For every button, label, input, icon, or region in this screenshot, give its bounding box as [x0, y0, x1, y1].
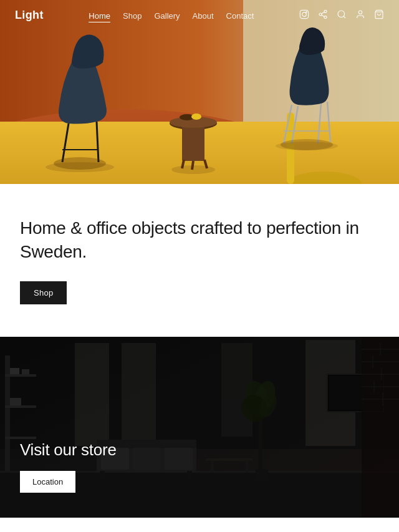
- store-section: Visit our store Location: [0, 337, 399, 518]
- nav-icon-group: [299, 9, 384, 21]
- nav-item-home[interactable]: Home: [89, 10, 110, 21]
- brand-logo[interactable]: Light: [15, 9, 44, 22]
- tagline-section: Home & office objects crafted to perfect…: [0, 184, 399, 337]
- svg-line-6: [322, 15, 325, 17]
- svg-point-27: [191, 114, 201, 120]
- svg-rect-0: [300, 10, 308, 18]
- nav-links: Home Shop Gallery About Contact: [89, 10, 254, 21]
- svg-point-39: [171, 165, 215, 174]
- tagline-heading: Home & office objects crafted to perfect…: [20, 216, 379, 264]
- nav-item-gallery[interactable]: Gallery: [154, 10, 180, 21]
- svg-point-1: [302, 12, 307, 17]
- svg-point-2: [306, 12, 307, 12]
- search-icon[interactable]: [337, 9, 347, 21]
- account-icon[interactable]: [355, 9, 365, 21]
- nav-item-about[interactable]: About: [193, 10, 214, 21]
- svg-point-5: [324, 16, 327, 19]
- svg-point-8: [338, 11, 345, 17]
- svg-line-9: [344, 16, 345, 18]
- cart-icon[interactable]: [374, 9, 384, 21]
- svg-point-10: [358, 11, 362, 14]
- svg-point-38: [276, 142, 338, 150]
- svg-rect-24: [182, 123, 204, 161]
- svg-point-3: [324, 10, 327, 12]
- shop-button[interactable]: Shop: [20, 281, 67, 304]
- store-content-overlay: Visit our store Location: [20, 440, 117, 493]
- instagram-icon[interactable]: [299, 9, 309, 21]
- svg-point-37: [46, 162, 114, 172]
- share-icon[interactable]: [318, 9, 328, 21]
- nav-item-shop[interactable]: Shop: [123, 10, 142, 21]
- navbar: Light Home Shop Gallery About Contact: [0, 0, 399, 31]
- svg-point-4: [319, 13, 322, 16]
- location-button[interactable]: Location: [20, 471, 75, 493]
- store-title: Visit our store: [20, 440, 117, 460]
- nav-item-contact[interactable]: Contact: [226, 10, 254, 21]
- svg-line-7: [322, 12, 325, 14]
